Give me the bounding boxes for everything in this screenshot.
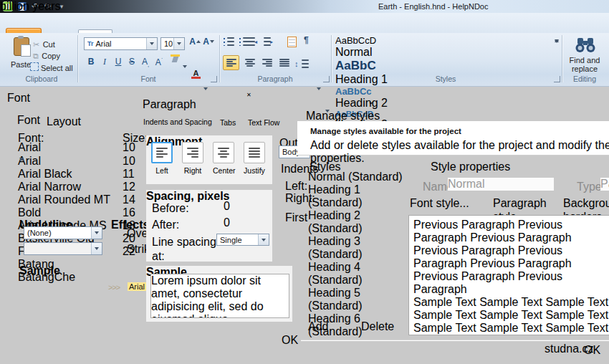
name-field[interactable]: Normal [448,178,554,191]
tab-tabs[interactable]: Tabs [220,117,247,129]
paragraph-sample-box: Lorem ipsum dolor sit amet, consectetur … [150,274,289,318]
app-window: ↶ ↷ ▾ Earth - English.hnd - HelpNDoc Fil… [0,0,609,364]
align-left-option[interactable] [151,142,173,163]
paragraph-dialog-launcher-icon[interactable] [323,76,330,82]
font-name-input[interactable]: Arial [18,141,119,154]
list-item[interactable]: Heading 2 (Standard) [308,209,417,235]
style-preview: AaBbCcD [335,35,552,46]
align-justify-option[interactable] [244,142,265,163]
before-input[interactable]: 0 [224,200,246,212]
align-right-label: Right [182,166,203,175]
shrink-font-glyph: A [203,37,209,47]
style-properties-label: Style properties [431,161,510,173]
tab-layout[interactable]: Layout [47,115,80,128]
list-item[interactable]: Heading 1 (Standard) [308,183,417,209]
superscript-button[interactable]: Aˊ [153,57,166,67]
group-separator [77,35,78,82]
style-preview: AaBbCc [335,86,552,97]
align-left-button[interactable] [223,55,239,70]
paragraph-sample-group: Sample Lorem ipsum dolor sit amet, conse… [146,266,292,322]
styles-gallery: AaBbCcD Normal AaBbC Heading 1 AaBbCc He… [335,35,552,74]
page-borders-icon [287,37,297,47]
font-size-value: 10 [164,39,173,48]
font-dialog-title: Font [7,92,30,105]
title-bar: ↶ ↷ ▾ Earth - English.hnd - HelpNDoc [0,0,609,13]
editing-group-label: Editing [549,75,609,84]
spacing-group-label: Spacing, pixels [146,190,229,202]
list-item[interactable]: Heading 3 (Standard) [308,235,417,261]
align-left-icon [156,148,168,158]
font-color-button[interactable]: A [191,70,201,79]
tab-text-flow[interactable]: Text Flow [248,117,288,129]
at-label: at: [152,250,165,263]
list-item[interactable]: Arial Narrow [18,181,119,193]
find-replace-button[interactable]: Find and replace [565,36,605,75]
copy-button[interactable]: ⧉ Copy [33,49,60,59]
window-title: Earth - English.hnd - HelpNDoc [378,0,488,13]
manage-styles-body: Manage styles available for the project … [297,120,609,358]
truetype-icon: Tr [87,40,94,47]
align-justify-label: Justify [244,166,265,175]
font-size-combo[interactable]: 10 [160,37,185,50]
align-right-button[interactable] [259,55,275,70]
justify-button[interactable] [276,55,292,70]
after-label: After: [152,219,179,231]
align-center-label: Center [213,166,234,175]
add-button[interactable]: Add [308,320,357,333]
style-preview: AaBbC [335,59,552,73]
list-item[interactable]: Normal (Standard) [308,171,417,183]
font-style-button[interactable]: Font style... [410,196,489,210]
font-family-combo[interactable]: Tr Arial [84,37,158,50]
underline-button[interactable]: U [112,57,125,67]
font-list[interactable]: Arial Arial Black Arial Narrow Arial Rou… [18,155,119,214]
paragraph-style-button[interactable]: Paragraph style... [493,196,559,210]
select-all-icon [30,62,39,71]
style-preview-box: Previous Paragraph Previous Paragraph Pr… [408,215,609,335]
line-spacing-value: Single [220,236,242,244]
before-label: Before: [152,202,189,215]
background-style-button[interactable]: Background and borders... [563,196,609,210]
strikethrough-button[interactable]: S [125,57,138,67]
underline-style-combo[interactable] [24,242,102,255]
tab-font[interactable]: Font [17,113,46,128]
align-justify-icon [249,148,260,158]
dropdown-icon [173,38,184,49]
list-item[interactable]: Arial [18,155,119,168]
line-spacing-bars [302,59,309,68]
ribbon-tab-row: File Home Write Insert [0,13,609,33]
type-field[interactable]: Paragraph and [600,178,609,191]
bold-button[interactable]: B [85,57,97,67]
grow-font-button[interactable]: A [189,37,201,47]
line-spacing-combo[interactable]: Single [216,234,269,246]
italic-button[interactable]: I [98,57,111,67]
styles-list[interactable]: Normal (Standard) Heading 1 (Standard) H… [308,171,417,315]
styles-group-label: Styles [410,75,481,84]
delete-button[interactable]: Delete [361,320,410,333]
align-center-button[interactable] [241,55,258,70]
select-all-label: Select all [41,64,73,72]
at-input[interactable] [224,248,246,260]
underline-combo[interactable]: (None) [24,226,102,239]
align-right-option[interactable] [182,142,203,163]
tab-indents-spacing[interactable]: Indents and Spacing [143,115,219,129]
shrink-font-button[interactable]: A [203,37,215,47]
after-input[interactable]: 0 [224,216,246,229]
cut-button[interactable]: ✂ Cut [33,37,55,48]
line-spacing-button[interactable]: ↕ [294,57,309,70]
select-all-button[interactable]: Select all [30,61,73,72]
shading-button[interactable] [314,91,324,100]
cut-icon: ✂ [33,40,39,49]
align-center-option[interactable] [213,142,234,163]
list-item[interactable]: Arial Rounded MT Bold [18,193,119,219]
preview-sample-text: Sample Text Sample Text Sample Text Samp… [413,296,609,335]
superscript-glyph: A [155,57,161,67]
formatting-marks-button[interactable]: ¶ [304,35,309,45]
list-item[interactable]: Heading 5 (Standard) [308,287,417,312]
highlight-dropdown-icon[interactable] [182,64,188,70]
list-item[interactable]: Heading 4 (Standard) [308,261,417,287]
list-item[interactable]: Arial Black [18,168,119,181]
font-dialog-launcher-icon[interactable] [211,76,217,82]
font-group-label: Font [112,75,184,84]
style-normal[interactable]: AaBbCcD Normal [335,35,552,59]
subscript-button[interactable]: A, [139,57,152,68]
